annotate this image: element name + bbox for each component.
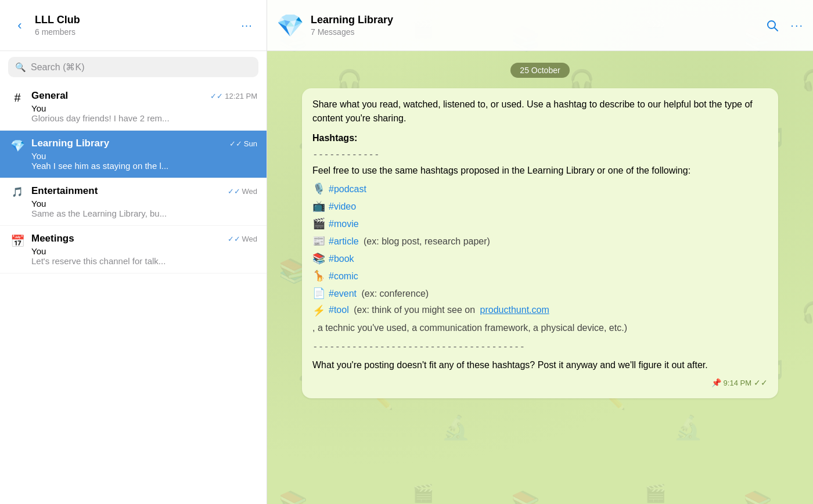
video-link[interactable]: #video — [329, 200, 356, 214]
movie-emoji: 🎬 — [312, 216, 326, 232]
channel-list: # General ✓✓ 12:21 PM You Glorious day f… — [0, 83, 267, 504]
event-link[interactable]: #event — [329, 287, 357, 301]
check-double-ent: ✓✓ — [228, 187, 240, 196]
channel-top-row-ll: Learning Library ✓✓ Sun — [31, 138, 257, 149]
channel-time-ent: ✓✓ Wed — [228, 187, 258, 196]
message-time: 9:14 PM — [724, 377, 751, 389]
group-title: LLL Club — [35, 14, 236, 26]
right-header: 💎 Learning Library 7 Messages ··· — [267, 0, 813, 51]
book-emoji: 📚 — [312, 251, 326, 267]
group-subtitle: 6 members — [35, 27, 236, 37]
channel-sender-ll: You — [31, 151, 257, 161]
channel-preview-meet: Let's reserve this channel for talk... — [31, 256, 194, 266]
channel-name-meetings: Meetings — [31, 233, 74, 244]
channel-icon-entertainment: 🎵 — [9, 186, 26, 197]
hashtag-article: 📰 #article (ex: blog post, research pape… — [312, 233, 768, 249]
more-options-button[interactable]: ··· — [790, 19, 804, 32]
search-bar[interactable]: 🔍 Search (⌘K) — [8, 57, 258, 77]
back-button[interactable]: ‹ — [9, 15, 30, 36]
article-desc: (ex: blog post, research paper) — [361, 235, 490, 249]
divider2: -------------------------------------- — [312, 340, 768, 354]
check-double-ll: ✓✓ — [229, 139, 242, 148]
channel-header-info: Learning Library 7 Messages — [311, 14, 766, 37]
divider1: ------------ — [312, 147, 768, 161]
channel-name-general: General — [31, 90, 68, 102]
hashtag-event: 📄 #event (ex: conference) — [312, 286, 768, 301]
message-footer: 📌 9:14 PM ✓✓ — [312, 377, 768, 389]
event-desc: (ex: conference) — [359, 287, 429, 301]
channel-preview-general: Glorious day friends! I have 2 rem... — [31, 113, 194, 123]
hashtags-section: Hashtags: ------------ Feel free to use … — [312, 131, 768, 372]
channel-sender-ent: You — [31, 199, 257, 208]
video-emoji: 📺 — [312, 199, 326, 214]
check-double-general: ✓✓ — [210, 92, 223, 100]
more-button[interactable]: ··· — [236, 15, 257, 36]
hashtags-intro: Feel free to use the same hashtags propo… — [312, 164, 768, 178]
hashtag-comic: 🦒 #comic — [312, 268, 768, 284]
channel-sender-general: You — [31, 103, 257, 113]
channel-item-entertainment[interactable]: 🎵 Entertainment ✓✓ Wed You Same as the L… — [0, 178, 267, 226]
channel-time-general: ✓✓ 12:21 PM — [210, 92, 257, 100]
svg-line-1 — [775, 27, 778, 31]
message-bubble: Share what you read, watched, listened t… — [302, 88, 778, 398]
channel-top-row: General ✓✓ 12:21 PM — [31, 90, 257, 102]
message-check-icon: ✓✓ — [754, 377, 768, 389]
left-panel: ‹ LLL Club 6 members ··· 🔍 Search (⌘K) #… — [0, 0, 267, 504]
message-intro: Share what you read, watched, listened t… — [312, 98, 768, 125]
comic-emoji: 🦒 — [312, 268, 326, 284]
channel-item-learning-library[interactable]: 💎 Learning Library ✓✓ Sun You Yeah I see… — [0, 131, 267, 178]
comic-link[interactable]: #comic — [329, 269, 358, 283]
channel-header-meta: 7 Messages — [311, 27, 766, 37]
channel-header-icon: 💎 — [276, 13, 304, 38]
hashtag-movie: 🎬 #movie — [312, 216, 768, 232]
channel-name-learning-library: Learning Library — [31, 138, 109, 149]
tool-desc-pre: (ex: think of you might see on — [351, 303, 478, 317]
channel-top-row-meet: Meetings ✓✓ Wed — [31, 233, 257, 244]
channel-sender-meet: You — [31, 246, 257, 256]
channel-icon-general: # — [9, 91, 26, 105]
search-placeholder: Search (⌘K) — [31, 62, 84, 73]
channel-preview-ent: Same as the Learning Library, bu... — [31, 208, 194, 218]
hashtag-video: 📺 #video — [312, 199, 768, 214]
movie-link[interactable]: #movie — [329, 217, 359, 231]
tool-emoji: ⚡ — [312, 303, 326, 319]
channel-preview-ll: Yeah I see him as staying on the l... — [31, 161, 194, 171]
channel-content-learning-library: Learning Library ✓✓ Sun You Yeah I see h… — [31, 138, 257, 171]
channel-content-entertainment: Entertainment ✓✓ Wed You Same as the Lea… — [31, 185, 257, 218]
search-icon: 🔍 — [15, 62, 26, 73]
producthunt-link[interactable]: producthunt.com — [480, 303, 549, 317]
hashtag-tool: ⚡ #tool (ex: think of you might see on p… — [312, 303, 768, 335]
podcast-emoji: 🎙️ — [312, 181, 326, 197]
channel-icon-learning-library: 💎 — [9, 139, 26, 153]
channel-content-general: General ✓✓ 12:21 PM You Glorious day fri… — [31, 90, 257, 123]
channel-icon-meetings: 📅 — [9, 234, 26, 248]
channel-item-general[interactable]: # General ✓✓ 12:21 PM You Glorious day f… — [0, 83, 267, 131]
channel-time-meet: ✓✓ Wed — [228, 235, 258, 243]
tool-desc-post: , a technic you've used, a communication… — [312, 321, 627, 335]
check-double-meet: ✓✓ — [228, 235, 240, 243]
tool-link[interactable]: #tool — [329, 303, 349, 317]
messages-area: 25 October Share what you read, watched,… — [267, 51, 813, 504]
hashtag-book: 📚 #book — [312, 251, 768, 267]
event-emoji: 📄 — [312, 286, 326, 301]
channel-name-entertainment: Entertainment — [31, 185, 98, 197]
channel-header-name: Learning Library — [311, 14, 766, 26]
group-info: LLL Club 6 members — [35, 14, 236, 37]
date-badge-label: 25 October — [510, 63, 569, 78]
left-header: ‹ LLL Club 6 members ··· — [0, 0, 267, 51]
channel-time-ll: ✓✓ Sun — [229, 139, 257, 148]
date-badge: 25 October — [276, 63, 804, 78]
search-button[interactable] — [766, 19, 779, 32]
header-actions: ··· — [766, 19, 804, 32]
book-link[interactable]: #book — [329, 252, 354, 266]
message-outro: What you're posting doesn't fit any of t… — [312, 358, 768, 372]
hashtag-podcast: 🎙️ #podcast — [312, 181, 768, 197]
channel-item-meetings[interactable]: 📅 Meetings ✓✓ Wed You Let's reserve this… — [0, 226, 267, 273]
hashtags-title: Hashtags: — [312, 131, 768, 145]
podcast-link[interactable]: #podcast — [329, 182, 366, 196]
pin-icon: 📌 — [711, 377, 721, 389]
channel-top-row-ent: Entertainment ✓✓ Wed — [31, 185, 257, 197]
article-link[interactable]: #article — [329, 235, 359, 249]
right-panel: 💎 Learning Library 7 Messages ··· 25 Oct… — [267, 0, 813, 504]
channel-content-meetings: Meetings ✓✓ Wed You Let's reserve this c… — [31, 233, 257, 266]
